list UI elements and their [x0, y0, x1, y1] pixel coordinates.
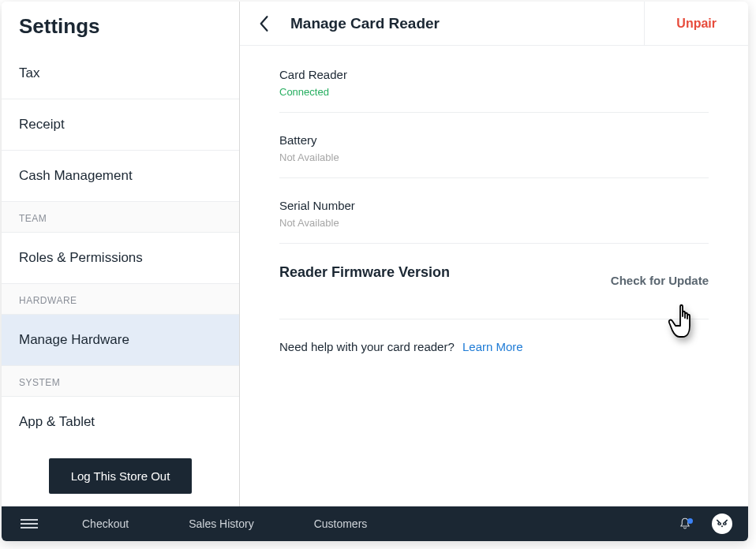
raccoon-avatar-icon — [714, 516, 730, 532]
sidebar-item-roles-permissions[interactable]: Roles & Permissions — [2, 233, 239, 284]
notification-badge — [687, 518, 693, 524]
svg-point-5 — [721, 525, 723, 527]
learn-more-link[interactable]: Learn More — [462, 340, 523, 353]
sidebar-item-tax[interactable]: Tax — [2, 48, 239, 99]
logout-button[interactable]: Log This Store Out — [49, 458, 193, 494]
serial-label: Serial Number — [279, 199, 709, 212]
chevron-left-icon — [258, 15, 269, 32]
firmware-label: Reader Firmware Version — [279, 264, 450, 281]
avatar[interactable] — [712, 514, 732, 534]
help-text: Need help with your card reader? — [279, 340, 455, 353]
sidebar-title: Settings — [2, 2, 239, 48]
help-text-row: Need help with your card reader? Learn M… — [279, 340, 709, 353]
check-update-button[interactable]: Check for Update — [611, 274, 709, 287]
sidebar-section-hardware: HARDWARE — [2, 284, 239, 315]
battery-value: Not Available — [279, 151, 709, 163]
sidebar-section-team: TEAM — [2, 202, 239, 233]
battery-label: Battery — [279, 133, 709, 147]
unpair-button[interactable]: Unpair — [644, 2, 748, 45]
bottom-nav: Checkout Sales History Customers — [2, 506, 748, 541]
notifications-button[interactable] — [669, 517, 701, 531]
settings-sidebar: Settings Tax Receipt Cash Management TEA… — [2, 2, 240, 506]
serial-value: Not Available — [279, 217, 709, 229]
svg-point-4 — [724, 523, 726, 525]
nav-sales-history[interactable]: Sales History — [159, 517, 283, 530]
card-reader-label: Card Reader — [279, 68, 709, 81]
hamburger-menu-icon[interactable] — [13, 514, 52, 533]
svg-point-0 — [715, 517, 729, 531]
sidebar-item-cash-management[interactable]: Cash Management — [2, 151, 239, 202]
card-reader-status: Connected — [279, 86, 709, 98]
sidebar-section-system: SYSTEM — [2, 366, 239, 397]
content-panel: Manage Card Reader Unpair Card Reader Co… — [240, 2, 748, 506]
sidebar-item-app-tablet[interactable]: App & Tablet — [2, 397, 239, 446]
sidebar-item-receipt[interactable]: Receipt — [2, 99, 239, 151]
nav-checkout[interactable]: Checkout — [52, 517, 159, 530]
svg-point-3 — [719, 523, 720, 525]
back-button[interactable] — [240, 15, 287, 32]
nav-customers[interactable]: Customers — [284, 517, 398, 530]
sidebar-item-manage-hardware[interactable]: Manage Hardware — [2, 315, 239, 366]
page-title: Manage Card Reader — [287, 15, 644, 32]
